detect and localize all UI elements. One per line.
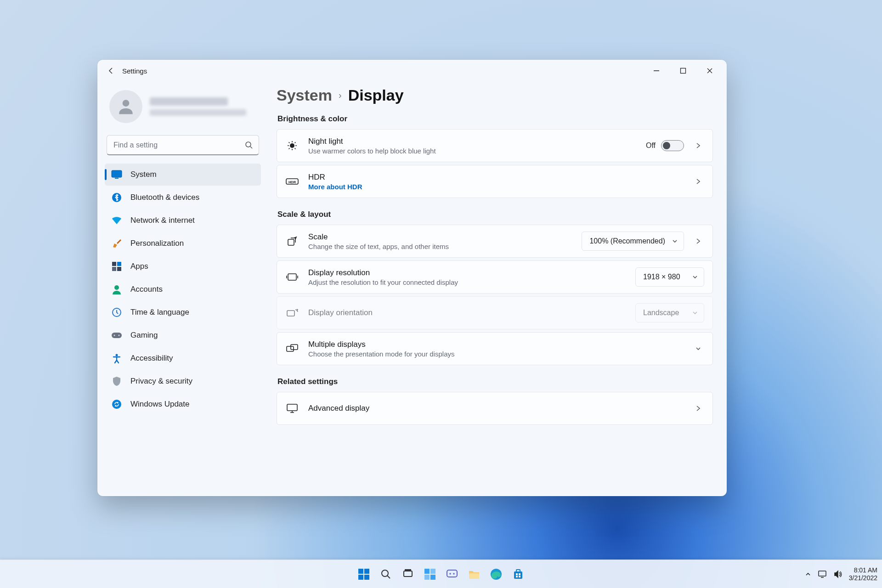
hdr-row[interactable]: HDR HDR More about HDR [277,165,713,198]
svg-rect-27 [358,569,363,574]
svg-rect-30 [364,575,369,580]
switch-off[interactable] [661,140,684,151]
svg-point-14 [114,335,115,336]
profile-email-blurred [150,109,246,116]
tray-overflow-icon[interactable] [805,571,811,577]
system-tray[interactable]: 8:01 AM 3/21/2022 [805,560,877,588]
taskbar-search-button[interactable] [377,565,395,583]
svg-rect-46 [519,573,520,575]
sidebar-item-time[interactable]: Time & language [105,301,261,323]
chevron-down-icon [672,238,678,244]
svg-rect-10 [117,267,121,271]
svg-rect-37 [430,575,435,580]
profile-name-blurred [150,97,228,106]
svg-rect-38 [447,570,457,577]
scale-value: 100% (Recommended) [589,237,665,245]
svg-point-16 [116,354,118,356]
task-view-button[interactable] [399,565,417,583]
section-brightness-title: Brightness & color [277,114,713,124]
sidebar-item-privacy[interactable]: Privacy & security [105,370,261,392]
svg-rect-8 [117,262,121,266]
person-icon [111,284,122,295]
profile-block[interactable] [103,86,263,132]
breadcrumb-root[interactable]: System [277,86,332,104]
svg-rect-3 [112,170,122,177]
store-button[interactable] [509,565,527,583]
resolution-desc: Adjust the resolution to fit your connec… [308,278,626,286]
sidebar-item-accessibility[interactable]: Accessibility [105,347,261,369]
resolution-select[interactable]: 1918 × 980 [635,267,704,287]
nav-list: System Bluetooth & devices Network & int… [103,164,263,415]
svg-rect-48 [519,576,520,577]
taskbar: 8:01 AM 3/21/2022 [0,560,882,588]
sidebar-item-accounts[interactable]: Accounts [105,278,261,300]
minimize-button[interactable] [643,61,670,81]
edge-button[interactable] [487,565,505,583]
orientation-row: Display orientation Landscape [277,296,713,329]
close-button[interactable] [696,61,723,81]
widgets-button[interactable] [421,565,439,583]
sidebar-item-label: Gaming [130,331,158,340]
svg-point-39 [449,573,451,574]
shield-icon [111,376,122,387]
sidebar-item-apps[interactable]: Apps [105,255,261,277]
sidebar-item-network[interactable]: Network & internet [105,209,261,232]
resolution-row[interactable]: Display resolution Adjust the resolution… [277,260,713,294]
search-input[interactable] [113,141,239,149]
svg-text:HDR: HDR [288,180,296,184]
monitor-icon [285,403,299,413]
file-explorer-button[interactable] [465,565,483,583]
svg-point-11 [114,285,119,290]
svg-point-18 [290,143,294,148]
sidebar-item-personalization[interactable]: Personalization [105,232,261,254]
orientation-title: Display orientation [308,308,626,317]
sidebar-item-gaming[interactable]: Gaming [105,324,261,346]
sidebar-item-label: Apps [130,262,148,271]
sidebar-item-system[interactable]: System [105,164,261,186]
night-light-desc: Use warmer colors to help block blue lig… [308,147,637,155]
scale-select[interactable]: 100% (Recommended) [582,232,684,251]
svg-point-17 [112,400,121,409]
sidebar-item-update[interactable]: Windows Update [105,393,261,415]
network-tray-icon[interactable] [818,570,827,578]
scale-row[interactable]: Scale Change the size of text, apps, and… [277,225,713,258]
tray-date: 3/21/2022 [849,574,877,582]
hdr-more-link[interactable]: More about HDR [308,183,683,191]
svg-rect-33 [405,570,411,571]
tray-clock[interactable]: 8:01 AM 3/21/2022 [849,566,877,582]
svg-rect-5 [115,178,119,179]
sidebar-item-label: Windows Update [130,400,190,409]
content-pane[interactable]: System › Display Brightness & color Nigh… [267,82,727,496]
svg-point-31 [382,570,388,577]
svg-rect-49 [819,571,826,576]
night-light-row[interactable]: Night light Use warmer colors to help bl… [277,129,713,162]
svg-point-15 [119,335,120,336]
scale-title: Scale [308,232,572,242]
sidebar-item-bluetooth[interactable]: Bluetooth & devices [105,187,261,209]
taskbar-chat-button[interactable] [443,565,461,583]
night-light-toggle[interactable]: Off [646,140,684,151]
orientation-icon [285,308,299,318]
resolution-title: Display resolution [308,268,626,277]
sidebar-item-label: Privacy & security [130,377,192,386]
start-button[interactable] [355,565,373,583]
multiple-displays-row[interactable]: Multiple displays Choose the presentatio… [277,332,713,365]
settings-window: Settings [97,60,727,496]
back-button[interactable] [104,63,119,78]
chevron-down-icon [692,310,698,316]
wifi-icon [111,215,122,226]
chevron-right-icon [692,142,704,149]
sidebar-item-label: System [130,170,157,179]
maximize-button[interactable] [670,61,696,81]
breadcrumb-page: Display [348,86,404,104]
volume-tray-icon[interactable] [833,570,842,578]
chevron-right-icon [692,405,704,412]
advanced-display-row[interactable]: Advanced display [277,392,713,425]
sidebar-item-label: Time & language [130,308,189,317]
svg-rect-21 [288,239,294,245]
svg-rect-32 [404,571,412,577]
paintbrush-icon [111,238,122,249]
svg-rect-43 [514,571,522,579]
search-box[interactable] [107,135,259,155]
svg-rect-28 [364,569,369,574]
